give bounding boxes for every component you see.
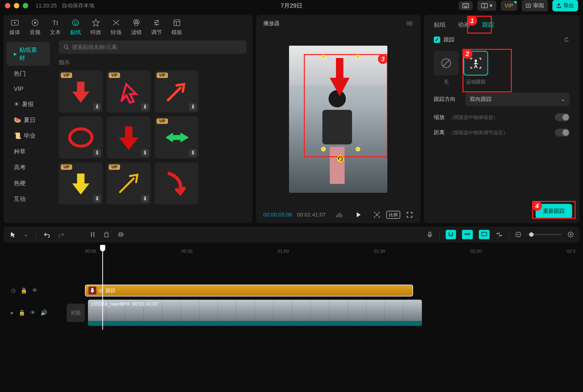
zoom-slider[interactable]: [527, 234, 562, 235]
align-tool[interactable]: [495, 232, 503, 238]
download-button[interactable]: ⬇: [141, 149, 149, 156]
magnet-tool[interactable]: [446, 230, 456, 239]
lock-icon[interactable]: 🔒: [19, 310, 25, 316]
playhead[interactable]: [102, 246, 103, 330]
keyboard-button[interactable]: [458, 1, 473, 10]
download-button[interactable]: ⬇: [141, 103, 149, 110]
svg-rect-38: [336, 215, 337, 217]
transform-handle[interactable]: [321, 54, 326, 59]
sticker-item[interactable]: ⬇: [59, 116, 103, 158]
video-track-icon[interactable]: ▸: [11, 310, 14, 316]
sticker-item[interactable]: VIP⬇: [107, 162, 151, 204]
autosave-status: 自动保存本地: [62, 2, 94, 10]
focus-icon[interactable]: [373, 211, 380, 218]
rotate-handle-icon[interactable]: [336, 154, 345, 163]
download-button[interactable]: ⬇: [189, 103, 197, 110]
sidebar-item-summer-vac[interactable]: ☀暑假: [7, 96, 50, 112]
review-button[interactable]: 审阅: [522, 0, 548, 11]
tab-prop-sticker[interactable]: 贴纸: [434, 21, 446, 29]
sidebar-item-interact[interactable]: 互动: [7, 191, 50, 207]
sticker-item[interactable]: ⬇: [107, 116, 151, 158]
sticker-item[interactable]: VIP⬇: [107, 70, 151, 112]
transform-handle[interactable]: [321, 147, 326, 151]
track-option-none[interactable]: 无: [434, 51, 458, 85]
sidebar-item-hot[interactable]: 热门: [7, 66, 50, 82]
tab-template[interactable]: 模板: [171, 18, 182, 36]
eye-icon[interactable]: 👁: [32, 287, 38, 294]
export-button[interactable]: 导出: [552, 0, 578, 11]
reset-icon[interactable]: [563, 36, 570, 43]
timeline[interactable]: 00:00 00:30 01:00 01:30 02:00 02:3 ◷ 🔒 👁…: [4, 246, 579, 326]
sidebar-item-vip[interactable]: VIP: [7, 82, 50, 96]
sidebar-item-gaokao[interactable]: 高考: [7, 160, 50, 175]
play-button[interactable]: [355, 212, 362, 218]
gold-neon-arrow-icon: [114, 168, 144, 198]
transform-handle[interactable]: [356, 54, 360, 59]
tab-effect[interactable]: 特效: [91, 18, 101, 36]
tab-filter[interactable]: 滤镜: [131, 18, 142, 36]
delete-tool[interactable]: [103, 231, 110, 238]
download-button[interactable]: ⬇: [93, 103, 101, 110]
direction-select[interactable]: 双向跟踪⌄: [465, 92, 570, 106]
sidebar-item-graduation[interactable]: 📜毕业: [7, 128, 50, 144]
download-button[interactable]: ⬇: [189, 149, 197, 156]
scale-toggle[interactable]: [555, 113, 570, 121]
lock-icon[interactable]: 🔒: [21, 287, 27, 294]
sticker-clip[interactable]: ◎ 跟踪: [85, 284, 413, 296]
mic-icon[interactable]: [426, 231, 433, 238]
sidebar-item-meme[interactable]: 热梗: [7, 175, 50, 191]
svg-point-22: [157, 20, 158, 22]
sticker-item[interactable]: VIP⬇: [59, 70, 103, 112]
cursor-tool[interactable]: [10, 231, 16, 238]
layout-button[interactable]: ▾: [477, 0, 496, 11]
preview-area[interactable]: 3: [256, 32, 420, 206]
video-clip[interactable]: 155314_raw.MP4 00:01:41:07: [88, 300, 422, 326]
time-ruler[interactable]: 00:00 00:30 01:00 01:30 02:00 02:3: [4, 246, 579, 257]
search-bar[interactable]: [59, 40, 247, 54]
sidebar-item-summer[interactable]: 🍉夏日: [7, 112, 50, 128]
tab-adjust[interactable]: 调节: [151, 18, 162, 36]
sticker-overlay-icon[interactable]: [326, 56, 353, 100]
link-tool[interactable]: [462, 230, 473, 239]
minimize-window[interactable]: [14, 3, 19, 8]
search-input[interactable]: [72, 44, 242, 50]
sticker-item[interactable]: [155, 162, 199, 204]
ratio-button[interactable]: 比例: [386, 211, 400, 219]
distance-toggle[interactable]: [555, 128, 570, 136]
tab-sticker[interactable]: 贴纸: [70, 18, 81, 36]
maximize-window[interactable]: [23, 3, 28, 8]
download-button[interactable]: ⬇: [93, 195, 101, 202]
volume-bars-icon[interactable]: [335, 212, 343, 218]
track-checkbox[interactable]: ✓: [434, 36, 440, 43]
sticker-item[interactable]: VIP⬇: [155, 116, 199, 158]
undo-button[interactable]: [44, 231, 50, 238]
transform-handle[interactable]: [356, 147, 360, 151]
hamburger-icon[interactable]: [406, 21, 413, 26]
eye-icon[interactable]: 👁: [30, 310, 36, 316]
sticker-item[interactable]: VIP⬇: [155, 70, 199, 112]
redo-button[interactable]: [58, 231, 65, 238]
sidebar-item-material[interactable]: ▸贴纸素材: [7, 42, 50, 66]
mirror-tool[interactable]: [117, 231, 125, 238]
tab-transition[interactable]: 转场: [111, 18, 122, 36]
preview-tool[interactable]: [479, 230, 490, 239]
clock-icon[interactable]: ◷: [11, 287, 16, 294]
zoom-in-button[interactable]: [568, 232, 573, 238]
download-button[interactable]: ⬇: [141, 195, 149, 202]
zoom-out-button[interactable]: [515, 232, 521, 238]
split-tool[interactable]: [90, 231, 96, 238]
tab-text[interactable]: TI文本: [50, 18, 61, 36]
mute-icon[interactable]: 🔊: [41, 310, 47, 316]
red-curved-arrow-icon: [162, 168, 191, 198]
cover-button[interactable]: 封面: [67, 304, 85, 322]
vip-button[interactable]: VIP: [501, 0, 517, 11]
download-button[interactable]: ⬇: [93, 149, 101, 156]
tool-dropdown[interactable]: ⌄: [24, 231, 28, 238]
fullscreen-icon[interactable]: [406, 211, 413, 218]
tab-media[interactable]: 媒体: [10, 18, 20, 36]
sticker-item[interactable]: VIP⬇: [59, 162, 103, 204]
vip-tag: VIP: [109, 164, 120, 170]
tab-audio[interactable]: 音频: [30, 18, 41, 36]
sidebar-item-grass[interactable]: 种草: [7, 144, 50, 160]
close-window[interactable]: [5, 3, 10, 8]
